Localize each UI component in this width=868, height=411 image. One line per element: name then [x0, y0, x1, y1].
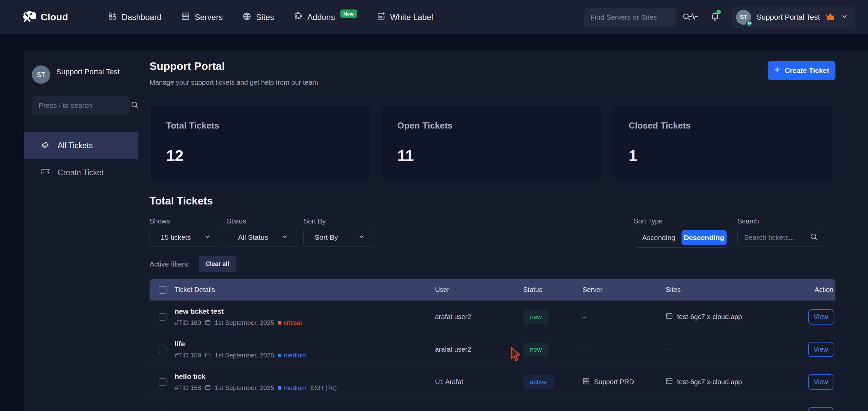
- calendar-icon: [205, 319, 211, 327]
- notification-dot: [716, 10, 721, 14]
- tickets-search-input[interactable]: [744, 233, 810, 241]
- shows-label: Shows: [150, 217, 170, 225]
- ascending-option[interactable]: Ascending: [636, 230, 682, 245]
- nav-dashboard[interactable]: Dashboard: [108, 12, 161, 23]
- status-badge: active: [523, 375, 554, 389]
- site-name: test-6gc7.x-cloud.app: [677, 313, 742, 321]
- notifications-button[interactable]: [710, 12, 720, 23]
- shows-dropdown[interactable]: 15 tickets: [150, 228, 220, 247]
- server-cell: –: [583, 313, 666, 321]
- ticket-extra: SSH (7d): [310, 384, 337, 392]
- sort-type-toggle: Ascending Descending: [634, 228, 729, 248]
- sidebar-item-all-tickets[interactable]: All Tickets: [24, 132, 138, 159]
- create-ticket-button[interactable]: Create Ticket: [768, 61, 835, 80]
- server-icon: [583, 377, 590, 387]
- server-name: –: [583, 313, 586, 321]
- stat-label: Open Tickets: [397, 120, 586, 131]
- avatar: ST: [32, 65, 50, 84]
- activity-button[interactable]: [689, 12, 698, 23]
- status-cell: new: [523, 310, 583, 324]
- stat-label: Closed Tickets: [629, 120, 817, 131]
- account-menu[interactable]: ST TA Support Portal Test: [732, 6, 855, 28]
- nav-addons[interactable]: Addons New: [294, 12, 357, 23]
- sites-cell: test-6gc7.x-cloud.app: [666, 377, 792, 387]
- priority-square-icon: [278, 354, 281, 357]
- nav-servers[interactable]: Servers: [181, 12, 223, 23]
- stat-value: 12: [166, 146, 354, 165]
- row-checkbox[interactable]: [159, 346, 166, 353]
- priority-label: medium: [284, 352, 307, 359]
- row-checkbox[interactable]: [159, 378, 166, 386]
- nav-label: Servers: [195, 13, 223, 22]
- sidebar-search-input[interactable]: [39, 101, 131, 110]
- row-checkbox[interactable]: [159, 313, 166, 321]
- ticket-meta: #TID 1601st September, 2025critical: [175, 319, 435, 327]
- priority-square-icon: [278, 321, 281, 325]
- view-button[interactable]: View: [808, 309, 833, 325]
- search-icon: [810, 233, 818, 242]
- nav-sites[interactable]: Sites: [242, 12, 274, 23]
- stat-value: 11: [397, 146, 586, 165]
- pulse-icon: [689, 12, 698, 23]
- status-badge: new: [523, 343, 549, 356]
- sidebar-profile-name: Support Portal Test: [56, 65, 120, 77]
- priority-label: medium: [284, 384, 307, 392]
- status-dropdown[interactable]: All Status: [227, 228, 297, 247]
- globe-icon: [242, 12, 251, 23]
- nav-label: White Label: [390, 13, 433, 22]
- sortby-dropdown[interactable]: Sort By: [303, 228, 374, 247]
- stat-card-open: Open Tickets 11: [381, 105, 602, 180]
- nav-label: Dashboard: [122, 13, 161, 22]
- new-badge: New: [340, 9, 357, 18]
- nav-white-label[interactable]: White Label: [377, 12, 433, 23]
- ticket-date: 1st September, 2025: [215, 384, 274, 392]
- select-all-checkbox[interactable]: [159, 286, 166, 294]
- calendar-icon: [205, 352, 211, 359]
- ticket-details-cell: hello tick#TID 1581st September, 2025med…: [171, 372, 435, 392]
- view-button[interactable]: View: [808, 342, 833, 357]
- primary-nav: Dashboard Servers Sites: [108, 12, 433, 23]
- table-row: arafat test 01View: [150, 398, 835, 411]
- tickets-search: [737, 228, 824, 247]
- table-row: new ticket test#TID 1601st September, 20…: [150, 300, 835, 333]
- server-name: Support PRD: [594, 378, 634, 386]
- ticket-id: #TID 158: [175, 384, 201, 392]
- stat-label: Total Tickets: [166, 120, 354, 131]
- sidebar-item-label: All Tickets: [58, 141, 93, 150]
- sites-cell: test-6gc7.x-cloud.app: [666, 312, 792, 321]
- ticket-details-cell: life#TID 1591st September, 2025medium: [171, 340, 435, 359]
- status-cell: active: [523, 375, 583, 389]
- descending-option[interactable]: Descending: [682, 230, 727, 245]
- active-filters-label: Active filters:: [150, 260, 190, 268]
- clear-all-button[interactable]: Clear all: [199, 256, 236, 272]
- user-cell: arafat user2: [435, 346, 523, 353]
- sorttype-label: Sort Type: [634, 217, 663, 225]
- global-search-input[interactable]: [590, 13, 682, 21]
- stat-card-total: Total Tickets 12: [150, 105, 371, 180]
- brand-logo[interactable]: Cloud: [22, 10, 68, 25]
- global-search: [584, 8, 676, 27]
- status-badge: new: [523, 310, 549, 324]
- view-button[interactable]: View: [808, 407, 833, 411]
- table-row: hello tick#TID 1581st September, 2025med…: [150, 366, 835, 398]
- ticket-title: life: [175, 340, 435, 348]
- plus-icon: [774, 66, 781, 75]
- col-sites: Sites: [666, 286, 792, 294]
- sidebar-menu: All Tickets Create Ticket: [24, 132, 138, 186]
- action-cell: View: [808, 309, 835, 325]
- stats-cards: Total Tickets 12 Open Tickets 11 Closed …: [150, 105, 833, 180]
- search-label: Search: [737, 217, 759, 225]
- server-cell: –: [583, 346, 666, 353]
- col-user: User: [435, 286, 523, 294]
- user-cell: arafat user2: [435, 313, 523, 321]
- server-cell: Support PRD: [583, 377, 666, 387]
- sidebar-item-create-ticket[interactable]: Create Ticket: [24, 159, 138, 186]
- site-name: test-6gc7.x-cloud.app: [677, 378, 742, 386]
- view-button[interactable]: View: [808, 374, 833, 390]
- section-title: Total Tickets: [150, 195, 213, 207]
- sites-cell: –: [666, 346, 792, 353]
- chevron-down-icon: [281, 233, 288, 242]
- sidebar-search: [32, 96, 130, 115]
- xcloud-logo-icon: [22, 10, 38, 25]
- ticket-id: #TID 159: [175, 352, 201, 359]
